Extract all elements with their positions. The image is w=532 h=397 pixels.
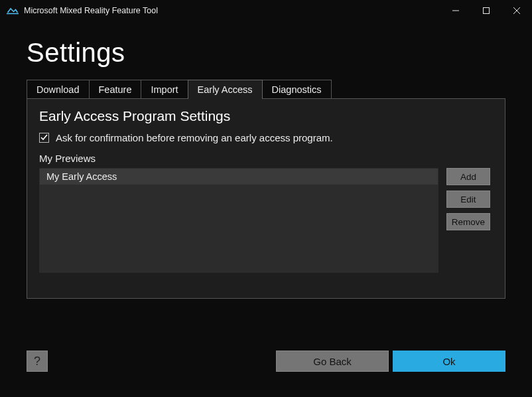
add-button[interactable]: Add bbox=[446, 168, 490, 185]
footer: ? Go Back Ok bbox=[0, 351, 532, 372]
close-button[interactable] bbox=[501, 0, 532, 21]
previews-area: My Early Access Add Edit Remove bbox=[39, 168, 493, 273]
titlebar: Microsoft Mixed Reality Feature Tool bbox=[0, 0, 532, 21]
early-access-panel: Early Access Program Settings Ask for co… bbox=[27, 98, 505, 299]
preview-buttons: Add Edit Remove bbox=[446, 168, 490, 273]
confirm-remove-checkbox[interactable] bbox=[39, 133, 49, 143]
edit-button[interactable]: Edit bbox=[446, 191, 490, 208]
tabstrip: Download Feature Import Early Access Dia… bbox=[27, 80, 532, 99]
confirm-remove-label: Ask for confirmation before removing an … bbox=[56, 132, 333, 143]
confirm-remove-row: Ask for confirmation before removing an … bbox=[39, 132, 493, 143]
page-title: Settings bbox=[27, 38, 532, 68]
svg-rect-2 bbox=[484, 8, 490, 14]
settings-window: Microsoft Mixed Reality Feature Tool Set… bbox=[0, 0, 532, 397]
check-icon bbox=[40, 134, 48, 141]
previews-label: My Previews bbox=[39, 153, 493, 164]
tab-download[interactable]: Download bbox=[27, 80, 90, 99]
go-back-button[interactable]: Go Back bbox=[276, 351, 389, 372]
tab-feature[interactable]: Feature bbox=[89, 80, 142, 99]
ok-button[interactable]: Ok bbox=[393, 351, 505, 372]
maximize-button[interactable] bbox=[471, 0, 501, 21]
minimize-button[interactable] bbox=[440, 0, 471, 21]
panel-title: Early Access Program Settings bbox=[39, 108, 493, 124]
tab-import[interactable]: Import bbox=[141, 80, 188, 99]
app-icon bbox=[7, 6, 19, 15]
app-title: Microsoft Mixed Reality Feature Tool bbox=[24, 6, 158, 15]
tab-diagnostics[interactable]: Diagnostics bbox=[262, 80, 332, 99]
help-button[interactable]: ? bbox=[27, 351, 48, 372]
window-controls bbox=[440, 0, 532, 21]
list-item[interactable]: My Early Access bbox=[40, 169, 438, 185]
tab-early-access[interactable]: Early Access bbox=[188, 80, 263, 99]
previews-listbox[interactable]: My Early Access bbox=[39, 168, 438, 273]
remove-button[interactable]: Remove bbox=[446, 213, 490, 230]
